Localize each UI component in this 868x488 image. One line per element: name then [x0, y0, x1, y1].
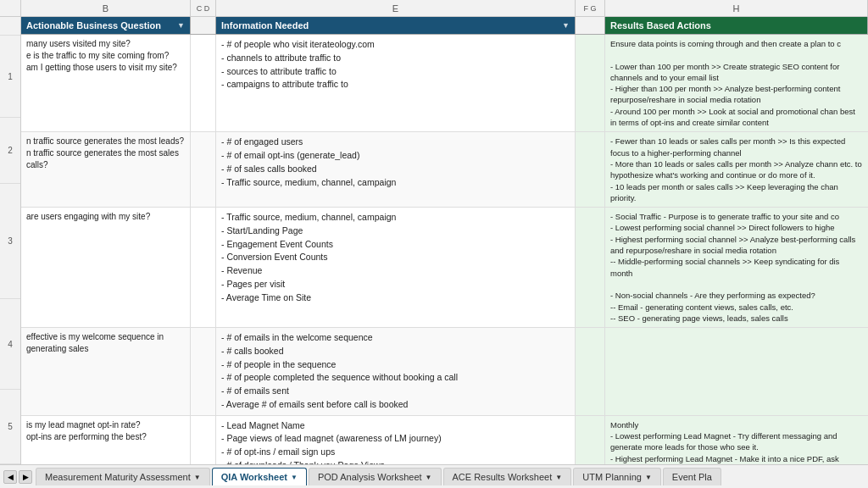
header-cd	[191, 17, 216, 35]
cell-fg-1	[576, 35, 605, 131]
row-numbers: 1 2 3 4 5	[0, 17, 21, 464]
row-num-spacer	[0, 0, 21, 16]
cell-cd-3	[191, 208, 216, 327]
cell-h-1[interactable]: Ensure data points is coming through and…	[605, 35, 868, 131]
tab-ace[interactable]: ACE Results Worksheet ▼	[443, 468, 572, 485]
cell-e-4[interactable]: - # of emails in the welcome sequence - …	[216, 328, 576, 415]
cell-fg-3	[576, 208, 605, 327]
cell-b-2[interactable]: n traffic source generates the most lead…	[21, 132, 191, 207]
cell-e-5[interactable]: - Lead Magnet Name - Page views of lead …	[216, 416, 576, 464]
cell-fg-2	[576, 132, 605, 207]
table-row: n traffic source generates the most lead…	[21, 132, 868, 208]
col-fg-header: F G	[576, 0, 605, 16]
row-num-1: 1	[0, 36, 20, 118]
header-actionable-question[interactable]: Actionable Business Question ▼	[21, 17, 191, 35]
tab-nav-right[interactable]: ▶	[19, 470, 32, 484]
cell-h-5[interactable]: Monthly - Lowest performing Lead Magnet …	[605, 416, 868, 464]
tab-measurement-arrow: ▼	[194, 474, 201, 481]
cell-b-1[interactable]: many users visited my site? e is the tra…	[21, 35, 191, 131]
cell-h-4	[605, 328, 868, 415]
cell-cd-5	[191, 416, 216, 464]
cell-cd-2	[191, 132, 216, 207]
cell-e-1[interactable]: - # of people who visit iterateology.com…	[216, 35, 576, 131]
row-num-2: 2	[0, 118, 20, 184]
cell-b-3[interactable]: are users engaging with my site?	[21, 208, 191, 327]
tab-qia-arrow: ▼	[291, 474, 298, 481]
cell-h-2[interactable]: - Fewer than 10 leads or sales calls per…	[605, 132, 868, 207]
tab-utm[interactable]: UTM Planning ▼	[573, 468, 661, 485]
tab-event[interactable]: Event Pla	[663, 468, 721, 485]
cell-b-4[interactable]: effective is my welcome sequence in gene…	[21, 328, 191, 415]
cell-cd-1	[191, 35, 216, 131]
table-row: is my lead magnet opt-in rate? opt-ins a…	[21, 416, 868, 464]
row-num-3: 3	[0, 184, 20, 299]
col-b-header: B	[21, 0, 191, 16]
header-results-actions: Results Based Actions	[605, 17, 868, 35]
tab-navigation: ◀ ▶	[3, 470, 32, 484]
tab-qia[interactable]: QIA Worksheet ▼	[212, 468, 307, 485]
cell-e-3[interactable]: - Traffic source, medium, channel, campa…	[216, 208, 576, 327]
filter-icon-b[interactable]: ▼	[177, 21, 185, 30]
tab-utm-arrow: ▼	[645, 474, 652, 481]
col-h-header: H	[605, 0, 868, 16]
tab-pod-arrow: ▼	[426, 474, 432, 481]
tab-ace-arrow: ▼	[555, 474, 562, 481]
row-num-4: 4	[0, 299, 20, 390]
spreadsheet: B C D E F G H 1 2 3 4 5 Actionable Busin…	[0, 0, 868, 488]
filter-icon-e[interactable]: ▼	[562, 21, 570, 30]
col-cd-header: C D	[191, 0, 216, 16]
tab-pod[interactable]: POD Analysis Worksheet ▼	[309, 468, 442, 485]
table-row: many users visited my site? e is the tra…	[21, 35, 868, 132]
tab-measurement[interactable]: Measurement Maturity Assessment ▼	[36, 468, 210, 485]
sheet-content: 1 2 3 4 5 Actionable Business Question ▼…	[0, 17, 868, 464]
row-num-5: 5	[0, 390, 20, 464]
table-row: are users engaging with my site? - Traff…	[21, 208, 868, 328]
col-e-header: E	[216, 0, 576, 16]
cell-h-3[interactable]: - Social Traffic - Purpose is to generat…	[605, 208, 868, 327]
cell-e-2[interactable]: - # of engaged users - # of email opt-in…	[216, 132, 576, 207]
cell-fg-5	[576, 416, 605, 464]
table-row: effective is my welcome sequence in gene…	[21, 328, 868, 416]
cell-fg-4	[576, 328, 605, 415]
sheet-tabs: ◀ ▶ Measurement Maturity Assessment ▼ QI…	[0, 464, 868, 488]
tab-nav-left[interactable]: ◀	[3, 470, 17, 484]
header-information-needed[interactable]: Information Needed ▼	[216, 17, 576, 35]
row-num-header	[0, 17, 20, 36]
table-header-row: Actionable Business Question ▼ Informati…	[21, 17, 868, 35]
grid: Actionable Business Question ▼ Informati…	[21, 17, 868, 464]
column-headers: B C D E F G H	[0, 0, 868, 17]
cell-b-5[interactable]: is my lead magnet opt-in rate? opt-ins a…	[21, 416, 191, 464]
header-fg	[576, 17, 605, 35]
cell-cd-4	[191, 328, 216, 415]
data-rows: many users visited my site? e is the tra…	[21, 35, 868, 464]
